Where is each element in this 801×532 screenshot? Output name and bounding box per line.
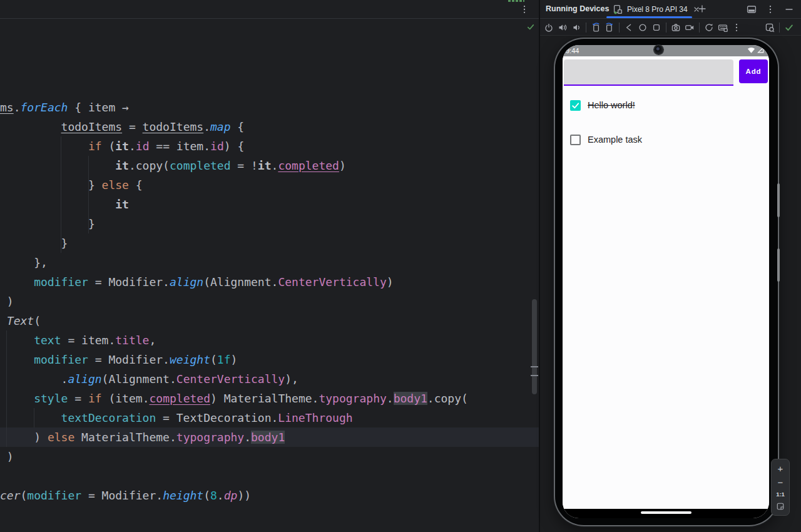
- toolbar-separator: [666, 23, 666, 33]
- volume-button: [777, 183, 780, 217]
- panel-options-icon[interactable]: [763, 3, 777, 16]
- panel-title: Running Devices: [546, 0, 609, 18]
- indent-guide: [88, 156, 89, 233]
- indent-guide: [61, 136, 61, 253]
- add-button[interactable]: Add: [739, 59, 768, 83]
- back-icon[interactable]: [622, 21, 636, 34]
- toolbar-separator: [586, 23, 586, 33]
- editor-toolbar: [0, 0, 539, 19]
- new-tab-icon[interactable]: [695, 2, 709, 16]
- fit-to-window-button[interactable]: [773, 501, 787, 512]
- overview-icon[interactable]: [650, 21, 663, 34]
- code-editor-pane: ms.forEach { item → todoItems = todoItem…: [0, 0, 539, 532]
- code-line[interactable]: ): [0, 292, 539, 311]
- todo-app: Add Hello world!Example task: [563, 56, 769, 509]
- toolbar-separator: [699, 23, 700, 33]
- hide-panel-icon[interactable]: [782, 3, 796, 16]
- inspections-ok-icon[interactable]: [526, 23, 536, 33]
- snapshot-reset-icon[interactable]: [702, 21, 716, 34]
- code-line[interactable]: Text(: [0, 311, 539, 330]
- code-line[interactable]: textDecoration = TextDecoration.LineThro…: [0, 408, 539, 427]
- camera-icon[interactable]: [669, 21, 683, 34]
- tab-label: Pixel 8 Pro API 34: [627, 5, 688, 14]
- code-line[interactable]: cer(modifier = Modifier.height(8.dp)): [0, 486, 539, 505]
- rotate-right-icon[interactable]: [603, 21, 616, 34]
- todo-row: Hello world!: [563, 100, 769, 111]
- camera-punch-hole: [654, 45, 663, 54]
- scrollbar-mark: [531, 366, 538, 367]
- editor-scrollbar[interactable]: [532, 299, 537, 394]
- indent-guide: [6, 330, 7, 447]
- code-area[interactable]: ms.forEach { item → todoItems = todoItem…: [0, 98, 539, 505]
- code-line-current[interactable]: ) else MaterialTheme.typography.body1: [0, 427, 539, 447]
- scrollbar-mark: [531, 375, 538, 376]
- gesture-nav-bar: [563, 509, 769, 518]
- todo-row: Example task: [563, 134, 769, 145]
- toolbar-separator: [779, 23, 780, 33]
- more-icon[interactable]: [730, 21, 743, 34]
- status-bar: 9:44: [563, 45, 769, 56]
- rotate-left-icon[interactable]: [589, 21, 603, 34]
- virtual-device-icon: [613, 4, 623, 14]
- nav-handle[interactable]: [641, 511, 691, 514]
- top-green-marks: [508, 0, 524, 2]
- code-line[interactable]: [0, 466, 539, 486]
- todo-label: Example task: [588, 135, 642, 145]
- home-icon[interactable]: [636, 21, 650, 34]
- code-line[interactable]: },: [0, 253, 539, 272]
- checkbox-checked[interactable]: [570, 100, 581, 111]
- signal-icon: [757, 47, 764, 54]
- wifi-icon: [747, 47, 755, 54]
- code-line[interactable]: it.copy(completed = !it.completed): [0, 156, 539, 175]
- hardware-input-icon[interactable]: [716, 21, 730, 34]
- code-line[interactable]: }: [0, 233, 539, 253]
- layout-dock-icon[interactable]: [745, 3, 758, 16]
- todo-input[interactable]: [564, 59, 733, 86]
- code-line[interactable]: modifier = Modifier.weight(1f): [0, 350, 539, 369]
- power-icon[interactable]: [542, 21, 556, 34]
- editor-options-icon[interactable]: [518, 3, 531, 16]
- power-button: [777, 248, 780, 282]
- zoom-reset-button[interactable]: 1:1: [776, 491, 785, 498]
- active-tab-indicator: [606, 16, 692, 18]
- code-line[interactable]: ): [0, 447, 539, 466]
- code-line[interactable]: modifier = Modifier.align(Alignment.Cent…: [0, 272, 539, 292]
- tab-pixel-8-pro[interactable]: Pixel 8 Pro API 34: [606, 0, 707, 18]
- code-line[interactable]: style = if (item.completed) MaterialThem…: [0, 389, 539, 408]
- device-toolbar: [540, 19, 801, 36]
- device-frame: 9:44 Add Hello world!Example task: [555, 39, 778, 525]
- todo-list: Hello world!Example task: [563, 100, 769, 145]
- todo-label: Hello world!: [588, 100, 635, 110]
- code-line[interactable]: it: [0, 195, 539, 214]
- code-line[interactable]: ms.forEach { item →: [0, 98, 539, 117]
- code-line[interactable]: todoItems = todoItems.map {: [0, 117, 539, 136]
- running-devices-header: Running Devices Pixel 8 Pro API 34: [540, 0, 801, 19]
- zoom-controls: + − 1:1: [771, 459, 790, 516]
- code-line[interactable]: }: [0, 214, 539, 233]
- code-line[interactable]: } else {: [0, 175, 539, 195]
- toolbar-separator: [619, 23, 620, 33]
- device-screen[interactable]: 9:44 Add Hello world!Example task: [563, 45, 769, 518]
- screenshot-icon[interactable]: [763, 21, 777, 34]
- code-line[interactable]: .align(Alignment.CenterVertically),: [0, 369, 539, 389]
- code-line[interactable]: if (it.id == item.id) {: [0, 136, 539, 156]
- indent-guide: [34, 408, 34, 427]
- device-ok-check-icon[interactable]: [782, 21, 796, 34]
- zoom-in-button[interactable]: +: [773, 463, 787, 474]
- volume-down-icon[interactable]: [569, 21, 583, 34]
- zoom-out-button[interactable]: −: [773, 477, 787, 488]
- code-line[interactable]: text = item.title,: [0, 330, 539, 350]
- record-icon[interactable]: [683, 21, 696, 34]
- checkbox-unchecked[interactable]: [570, 135, 581, 145]
- volume-up-icon[interactable]: [556, 21, 569, 34]
